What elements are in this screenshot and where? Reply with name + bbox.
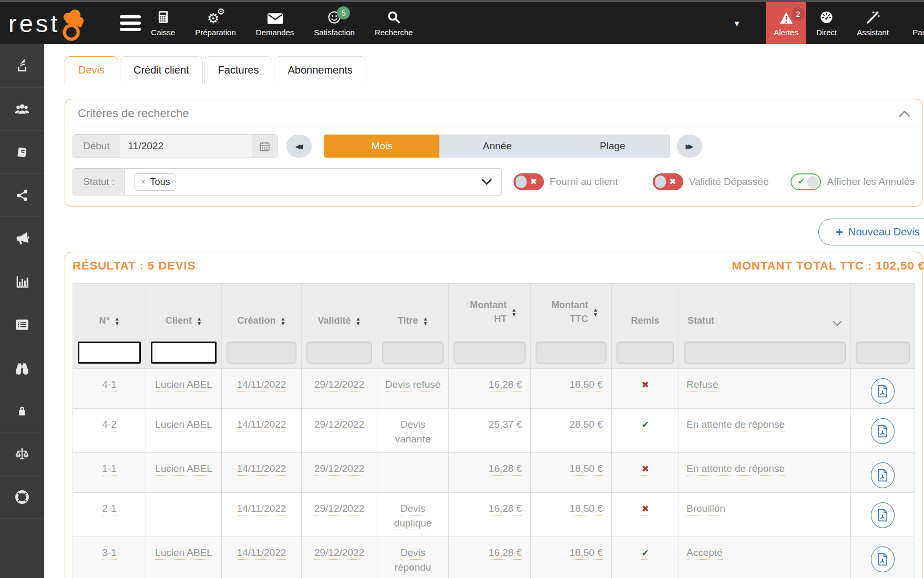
cell-no[interactable]: 1-1 bbox=[102, 463, 116, 476]
header-creation[interactable]: Création▲▼ bbox=[222, 284, 302, 336]
cell-statut[interactable]: Brouillon bbox=[686, 503, 725, 515]
cell-statut[interactable]: En attente de réponse bbox=[686, 463, 785, 476]
header-titre[interactable]: Titre▲▼ bbox=[377, 284, 449, 336]
filter-montant-ttc-input[interactable] bbox=[536, 342, 607, 364]
cell-validite[interactable]: 29/12/2022 bbox=[314, 379, 364, 391]
cell-client[interactable]: Lucien ABEL bbox=[155, 463, 212, 476]
toggle-fourni-au-client[interactable]: ✖ bbox=[514, 173, 544, 190]
cell-montant-ttc[interactable]: 18,50 € bbox=[570, 463, 603, 476]
pdf-button[interactable] bbox=[871, 418, 895, 444]
tab-credit-client[interactable]: Crédit client bbox=[120, 56, 203, 84]
cell-client[interactable]: Lucien ABEL bbox=[155, 547, 212, 560]
tab-devis[interactable]: Devis bbox=[65, 56, 118, 84]
cell-remis-icon[interactable]: ✖ bbox=[641, 464, 649, 476]
nav-parametres[interactable]: Paramètres bbox=[899, 2, 924, 44]
previous-period-button[interactable]: ◀◀ bbox=[286, 135, 312, 158]
cell-remis-icon[interactable]: ✔ bbox=[641, 420, 649, 431]
cell-client[interactable]: Lucien ABEL bbox=[155, 419, 212, 431]
header-no[interactable]: N°▲▼ bbox=[73, 284, 146, 336]
cell-montant-ht[interactable]: 16,28 € bbox=[489, 379, 522, 391]
header-client[interactable]: Client▲▼ bbox=[146, 284, 222, 336]
cell-titre[interactable]: Devis variante bbox=[395, 419, 431, 446]
cell-statut[interactable]: Refusé bbox=[686, 379, 718, 391]
cell-creation[interactable]: 14/11/2022 bbox=[237, 379, 286, 391]
start-date-input[interactable]: 11/2022 bbox=[120, 135, 252, 158]
status-select[interactable]: × Tous bbox=[125, 168, 502, 195]
sidebar-item-search-advanced[interactable] bbox=[0, 346, 44, 389]
cell-montant-ttc[interactable]: 18,50 € bbox=[570, 503, 603, 515]
cell-validite[interactable]: 29/12/2022 bbox=[314, 419, 364, 431]
cell-montant-ttc[interactable]: 18,50 € bbox=[570, 379, 603, 391]
cell-titre[interactable]: Devis refusé bbox=[385, 379, 441, 391]
sidebar-item-book[interactable] bbox=[0, 130, 44, 173]
cell-validite[interactable]: 29/12/2022 bbox=[314, 503, 364, 515]
nav-satisfaction[interactable]: 5 Satisfaction bbox=[304, 2, 365, 44]
filter-no-input[interactable] bbox=[78, 342, 141, 364]
cell-validite[interactable]: 29/12/2022 bbox=[314, 463, 364, 476]
next-period-button[interactable]: ▶▶ bbox=[677, 135, 702, 158]
chevron-down-icon[interactable]: ▼ bbox=[733, 19, 741, 28]
sidebar-item-share[interactable] bbox=[0, 173, 44, 216]
new-quote-button[interactable]: + Nouveau Devis bbox=[818, 219, 924, 245]
calendar-icon[interactable] bbox=[252, 135, 277, 158]
menu-hamburger-icon[interactable] bbox=[120, 15, 141, 31]
tab-factures[interactable]: Factures bbox=[204, 56, 273, 84]
cell-no[interactable]: 4-1 bbox=[102, 379, 116, 391]
filter-actions-input[interactable] bbox=[856, 342, 910, 364]
nav-caisse[interactable]: Caisse bbox=[141, 2, 185, 44]
sidebar-item-security[interactable] bbox=[0, 389, 44, 432]
cell-validite[interactable]: 29/12/2022 bbox=[314, 547, 364, 560]
filter-creation-input[interactable] bbox=[227, 342, 296, 364]
logo[interactable]: rest bbox=[8, 4, 87, 42]
pdf-button[interactable] bbox=[871, 378, 895, 404]
nav-demandes[interactable]: Demandes bbox=[246, 2, 304, 44]
cell-remis-icon[interactable]: ✔ bbox=[641, 548, 649, 560]
toggle-afficher-les-annules[interactable]: ✔ bbox=[790, 173, 821, 190]
cell-montant-ht[interactable]: 16,28 € bbox=[489, 463, 522, 476]
tab-abonnements[interactable]: Abonnements bbox=[274, 56, 366, 84]
cell-montant-ttc[interactable]: 28,50 € bbox=[570, 419, 603, 431]
remove-tag-icon[interactable]: × bbox=[141, 178, 145, 186]
header-statut[interactable]: Statut bbox=[679, 284, 851, 336]
nav-direct[interactable]: Direct bbox=[806, 2, 847, 44]
sidebar-item-print-queue[interactable] bbox=[0, 44, 44, 87]
chevron-up-icon[interactable] bbox=[899, 110, 910, 117]
cell-remis-icon[interactable]: ✖ bbox=[641, 504, 649, 515]
nav-assistant[interactable]: Assistant bbox=[847, 2, 899, 44]
cell-titre[interactable]: Devis répondu bbox=[395, 547, 432, 574]
sidebar-item-legal[interactable] bbox=[0, 432, 44, 475]
sidebar-item-lists[interactable] bbox=[0, 303, 44, 346]
pdf-button[interactable] bbox=[871, 546, 895, 572]
filter-statut-input[interactable] bbox=[684, 342, 846, 364]
nav-alertes[interactable]: 2 Alertes bbox=[766, 2, 806, 44]
cell-client[interactable]: Lucien ABEL bbox=[155, 379, 212, 391]
cell-montant-ht[interactable]: 16,28 € bbox=[489, 503, 522, 515]
nav-preparation[interactable]: ⚙⚙ Préparation bbox=[185, 2, 246, 44]
pdf-button[interactable] bbox=[871, 502, 895, 528]
period-range-button[interactable]: Plage bbox=[555, 135, 670, 158]
sidebar-item-megaphone[interactable] bbox=[0, 216, 44, 260]
cell-statut[interactable]: Accepté bbox=[686, 547, 723, 560]
cell-no[interactable]: 3-1 bbox=[102, 547, 116, 560]
cell-no[interactable]: 4-2 bbox=[102, 419, 116, 431]
cell-no[interactable]: 2-1 bbox=[102, 503, 116, 515]
cell-remis-icon[interactable]: ✖ bbox=[641, 380, 649, 391]
header-montant-ht[interactable]: Montant HT▲▼ bbox=[449, 284, 531, 336]
filter-remis-input[interactable] bbox=[617, 342, 674, 364]
pdf-button[interactable] bbox=[871, 462, 895, 488]
period-year-button[interactable]: Année bbox=[439, 135, 555, 158]
filter-montant-ht-input[interactable] bbox=[454, 342, 526, 364]
header-validite[interactable]: Validité▲▼ bbox=[302, 284, 377, 336]
cell-montant-ht[interactable]: 25,37 € bbox=[489, 419, 522, 431]
cell-montant-ttc[interactable]: 18,50 € bbox=[570, 547, 603, 560]
cell-montant-ht[interactable]: 16,28 € bbox=[489, 547, 522, 560]
filter-validite-input[interactable] bbox=[306, 342, 372, 364]
period-month-button[interactable]: Mois bbox=[324, 135, 439, 158]
cell-creation[interactable]: 14/11/2022 bbox=[237, 547, 286, 560]
sidebar-item-stats[interactable] bbox=[0, 260, 44, 303]
cell-titre[interactable]: Devis dupliqué bbox=[394, 503, 432, 530]
cell-creation[interactable]: 14/11/2022 bbox=[237, 419, 286, 431]
cell-creation[interactable]: 14/11/2022 bbox=[237, 503, 286, 515]
sidebar-item-support[interactable] bbox=[0, 475, 44, 518]
cell-statut[interactable]: En attente de réponse bbox=[686, 419, 785, 431]
